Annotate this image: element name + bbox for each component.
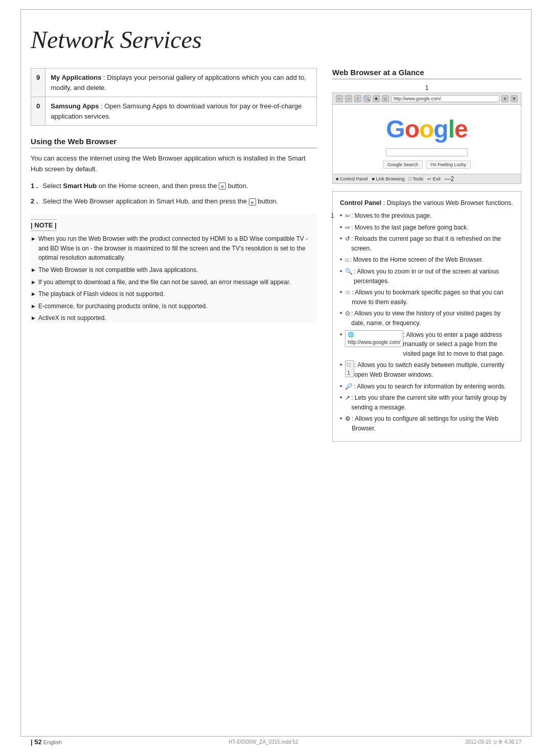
- web-browser-button-icon: e: [249, 198, 256, 205]
- search-nav-icon: 🔍: [363, 95, 371, 102]
- control-panel-description: : Displays the various Web Browser funct…: [383, 199, 513, 207]
- tab-switcher-icon: □ 1: [345, 360, 354, 377]
- main-content: 9 My Applications : Displays your person…: [31, 68, 521, 442]
- note-items-list: When you run the Web Browser with the pr…: [31, 234, 317, 323]
- zoom-icon: 🔍: [345, 267, 353, 277]
- footer-filename: HT-E6500W_ZA_0315.indd 52: [228, 739, 298, 745]
- row-title: My Applications: [51, 74, 101, 81]
- note-item: When you run the Web Browser with the pr…: [31, 234, 317, 263]
- forward-button-icon: →: [345, 95, 352, 102]
- note-title: | NOTE |: [31, 219, 57, 231]
- home-icon: ⌂: [345, 255, 349, 265]
- exit-status: ↩ Exit: [427, 176, 441, 181]
- bullet-item: ⊙ : Allows you to view the history of yo…: [340, 309, 514, 328]
- table-row: 9 My Applications : Displays your person…: [31, 68, 317, 97]
- step-2: 2 . Select the Web Browser application i…: [31, 196, 317, 207]
- bullet-item: ⚙ : Allows you to configure all settings…: [340, 414, 514, 433]
- bullet-item: ☆ : Allows you to bookmark specific page…: [340, 288, 514, 307]
- step-2-num: 2 .: [31, 196, 41, 207]
- note-item: If you attempt to download a file, and t…: [31, 278, 317, 287]
- history-icon: ⊙: [345, 309, 350, 318]
- footer-page-number: | 52 English: [31, 738, 62, 746]
- address-bar: http://www.google.com/: [391, 95, 499, 102]
- page-border-bottom: [20, 736, 532, 737]
- share-icon: ↗: [345, 393, 350, 403]
- up-button-icon: ↑: [354, 95, 361, 102]
- numbered-items-table: 9 My Applications : Displays your person…: [31, 68, 317, 126]
- step-1-text: Select Smart Hub on the Home screen, and…: [41, 181, 317, 192]
- bookmark-icon: ☆: [345, 288, 351, 297]
- browser-toolbar: ← → ↑ 🔍 ★ ⌂ http://www.google.com/ ≡ ✕: [333, 93, 521, 105]
- web-browser-intro: You can access the internet using the We…: [31, 153, 317, 175]
- browser-label-1: 1: [332, 84, 521, 91]
- note-item: The playback of Flash videos is not supp…: [31, 289, 317, 299]
- bullet-item: □ 1 : Allows you to switch easily betwee…: [340, 360, 514, 379]
- google-lucky-btn: I'm Feeling Lucky: [426, 161, 471, 169]
- footer-date: 2012-03-15 오후 4:36:17: [465, 739, 521, 746]
- browser-statusbar: ■ Control Panel ■ Link Browsing □ Tools …: [333, 174, 521, 184]
- google-logo: Google: [386, 115, 467, 143]
- bullet-item: 🌐 http://www.google.com/ : Allows you to…: [340, 330, 514, 359]
- page-border-left: [20, 9, 21, 737]
- next-page-icon: ⇨: [345, 223, 350, 233]
- prev-page-icon: ⇦: [345, 211, 350, 221]
- page-border-top: [20, 9, 532, 10]
- web-browser-section: Using the Web Browser You can access the…: [31, 137, 317, 323]
- side-number-1: 1: [331, 211, 334, 221]
- settings-icon: ⚙: [345, 414, 351, 424]
- tools-status: □ Tools: [408, 176, 423, 181]
- page-footer: | 52 English HT-E6500W_ZA_0315.indd 52 2…: [31, 738, 521, 746]
- bullet-item: ⇦ : Moves to the previous page.: [340, 211, 514, 221]
- link-browsing-status: ■ Link Browsing: [372, 176, 404, 181]
- step-1-num: 1 .: [31, 181, 41, 192]
- glance-section: Web Browser at a Glance 1 ← → ↑ 🔍 ★ ⌂ ht…: [332, 68, 521, 184]
- smart-hub-button-icon: e: [219, 182, 226, 190]
- left-column: 9 My Applications : Displays your person…: [31, 68, 317, 442]
- bullet-item: 🔎 : Allows you to search for information…: [340, 382, 514, 392]
- row-number: 9: [31, 68, 45, 97]
- footer-language: English: [43, 739, 62, 745]
- note-item: E-commerce, for purchasing products onli…: [31, 302, 317, 311]
- step-1: 1 . Select Smart Hub on the Home screen,…: [31, 181, 317, 192]
- row-content: My Applications : Displays your personal…: [45, 68, 317, 97]
- google-search-box: [386, 148, 468, 156]
- bullet-item: 🔍 : Allows you to zoom in or out of the …: [340, 267, 514, 286]
- browser-mockup: ← → ↑ 🔍 ★ ⌂ http://www.google.com/ ≡ ✕ G…: [332, 93, 521, 184]
- menu-icon: ≡: [501, 95, 509, 102]
- note-item: ActiveX is not supported.: [31, 313, 317, 323]
- word-search-icon: 🔎: [345, 382, 353, 392]
- control-panel-box: Control Panel : Displays the various Web…: [332, 191, 521, 442]
- row-content: Samsung Apps : Open Samsung Apps to down…: [45, 97, 317, 126]
- note-item: The Web Browser is not compatible with J…: [31, 265, 317, 275]
- page-number-label: | 52: [31, 738, 42, 746]
- google-buttons: Google Search I'm Feeling Lucky: [383, 161, 471, 169]
- page-title: Network Services: [31, 26, 521, 54]
- page-border-right: [531, 9, 532, 737]
- steps-list: 1 . Select Smart Hub on the Home screen,…: [31, 181, 317, 208]
- step-2-text: Select the Web Browser application in Sm…: [41, 196, 317, 207]
- web-browser-heading: Using the Web Browser: [31, 137, 317, 148]
- bullet-item: ⇨ : Moves to the last page before going …: [340, 223, 514, 233]
- right-column: Web Browser at a Glance 1 ← → ↑ 🔍 ★ ⌂ ht…: [332, 68, 521, 442]
- back-button-icon: ←: [336, 95, 343, 102]
- bullet-section: 1 ⇦ : Moves to the previous page. ⇨ : Mo…: [340, 211, 514, 433]
- control-panel-status: ■ Control Panel: [336, 176, 367, 181]
- control-panel-intro: Control Panel : Displays the various Web…: [340, 198, 514, 208]
- row-title: Samsung Apps: [51, 102, 99, 110]
- browser-wrapper: ← → ↑ 🔍 ★ ⌂ http://www.google.com/ ≡ ✕ G…: [332, 93, 521, 184]
- label-2: —2: [445, 175, 454, 182]
- note-box: | NOTE | When you run the Web Browser wi…: [31, 214, 317, 323]
- control-panel-title: Control Panel: [340, 199, 381, 207]
- table-row: 0 Samsung Apps : Open Samsung Apps to do…: [31, 97, 317, 126]
- bullet-item: ⌂ : Moves to the Home screen of the Web …: [340, 255, 514, 265]
- bullet-item: ↗ : Lets you share the current site with…: [340, 393, 514, 412]
- bullet-item: ↺ : Reloads the current page so that it …: [340, 234, 514, 253]
- url-bar-icon: 🌐 http://www.google.com/: [345, 330, 403, 347]
- glance-heading: Web Browser at a Glance: [332, 68, 521, 79]
- control-panel-bullets: ⇦ : Moves to the previous page. ⇨ : Move…: [340, 211, 514, 433]
- browser-body: Google Google Search I'm Feeling Lucky: [333, 105, 521, 174]
- row-number: 0: [31, 97, 45, 126]
- close-nav-icon: ✕: [511, 95, 518, 102]
- star-icon: ★: [373, 95, 380, 102]
- home-nav-icon: ⌂: [382, 95, 389, 102]
